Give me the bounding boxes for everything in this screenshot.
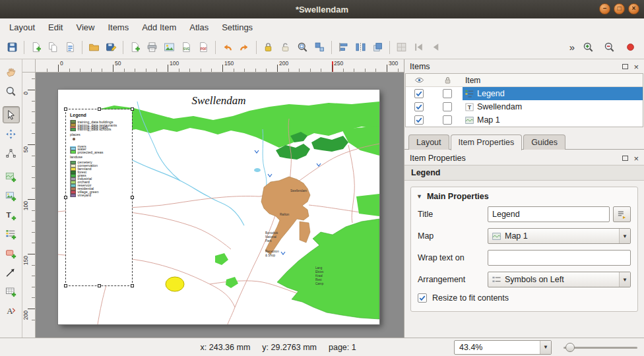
panel-float-button[interactable] [622, 64, 628, 69]
data-defined-override-button[interactable] [613, 206, 631, 222]
map-select[interactable]: Map 1 ▼ [488, 228, 631, 244]
lock-checkbox[interactable] [443, 89, 452, 98]
selection-handle[interactable] [98, 107, 101, 111]
export-svg-button[interactable]: SVG [178, 39, 195, 55]
edit-nodes-tool[interactable] [3, 144, 20, 162]
resize-to-fit-label: Resize to fit contents [432, 293, 509, 303]
zoom-level-combo[interactable]: 43.4% ▼ [454, 340, 552, 355]
selection-handle[interactable] [131, 196, 134, 199]
align-items-button[interactable] [335, 39, 352, 55]
map-title-item[interactable]: Swellendam [58, 94, 379, 107]
panel-close-button[interactable]: × [633, 154, 639, 163]
open-template-button[interactable] [86, 39, 102, 55]
page-new-icon [129, 42, 141, 53]
print-button[interactable] [144, 39, 160, 55]
add-arrow-tool[interactable] [3, 264, 20, 281]
item-row-swellendam[interactable]: TSwellendam [406, 100, 643, 113]
export-image-button[interactable] [161, 39, 177, 55]
lock-items-button[interactable] [260, 39, 276, 55]
svg-text:A: A [7, 307, 13, 316]
add-pages-button[interactable] [127, 39, 143, 55]
ruler-tick [156, 69, 157, 72]
pan-layout-tool[interactable] [3, 63, 20, 80]
main-properties-header[interactable]: ▼ Main Properties [411, 187, 637, 204]
minimize-button[interactable]: – [599, 3, 610, 15]
selection-handle[interactable] [64, 196, 67, 199]
canvas-zoom-out-button[interactable] [601, 39, 618, 55]
legend-item[interactable]: Legend training_data buildingstraining_d… [66, 109, 132, 285]
close-button[interactable]: × [628, 3, 639, 15]
atlas-prev-button[interactable] [428, 39, 444, 55]
select-move-item-tool[interactable] [3, 106, 20, 123]
layout-canvas[interactable]: SwellendamRailtonBontebokNationalParkRec… [36, 73, 404, 338]
menu-atlas[interactable]: Atlas [183, 20, 215, 35]
selection-handle[interactable] [98, 284, 101, 287]
arrangement-select[interactable]: Symbols on Left ▼ [488, 272, 631, 287]
wrap-text-input[interactable] [488, 250, 631, 266]
lock-checkbox[interactable] [443, 102, 452, 111]
toolbar: SVGPDF » [0, 36, 644, 59]
resize-items-button[interactable] [311, 39, 328, 55]
item-row-map-1[interactable]: Map 1 [406, 113, 643, 127]
ruler-label: 100 [170, 60, 179, 67]
menu-layout[interactable]: Layout [3, 20, 42, 35]
distribute-items-button[interactable] [352, 39, 369, 55]
legend-title-input[interactable] [488, 206, 610, 222]
canvas-zoom-in-button[interactable] [580, 39, 596, 55]
selection-handle[interactable] [131, 284, 134, 287]
save-project-button[interactable] [4, 39, 20, 55]
menu-edit[interactable]: Edit [42, 20, 69, 35]
zoom-slider-knob[interactable] [565, 343, 575, 352]
zoom-full-button[interactable] [294, 39, 311, 55]
tab-item-properties[interactable]: Item Properties [451, 134, 523, 150]
menu-settings[interactable]: Settings [215, 20, 259, 35]
resize-to-fit-checkbox[interactable] [418, 293, 427, 303]
add-picture-tool[interactable] [3, 187, 20, 204]
dropdown-arrow-icon: ▼ [619, 229, 630, 243]
redo-button[interactable] [236, 39, 253, 55]
atlas-first-button[interactable] [410, 39, 427, 55]
item-row-legend[interactable]: Legend [406, 87, 643, 100]
menu-add-item[interactable]: Add Item [135, 20, 183, 35]
maximize-button[interactable]: □ [614, 3, 625, 15]
menu-items[interactable]: Items [101, 20, 135, 35]
visibility-checkbox[interactable] [414, 102, 424, 111]
unlock-items-button[interactable] [277, 39, 294, 55]
items-column-header: Item [463, 76, 643, 85]
panel-float-button[interactable] [622, 156, 628, 161]
zoom-slider[interactable] [564, 340, 637, 355]
move-item-content-tool[interactable] [3, 125, 20, 142]
selection-handle[interactable] [131, 107, 134, 111]
status-red-dot[interactable] [622, 39, 639, 55]
visibility-checkbox[interactable] [414, 89, 424, 98]
panel-close-button[interactable]: × [633, 63, 639, 71]
selection-handle[interactable] [64, 107, 67, 111]
add-table-tool[interactable] [3, 283, 20, 300]
tab-layout[interactable]: Layout [408, 134, 449, 150]
menu-view[interactable]: View [69, 20, 101, 35]
tab-guides[interactable]: Guides [523, 134, 565, 150]
undo-button[interactable] [219, 39, 236, 55]
raise-items-button[interactable] [370, 39, 386, 55]
add-scalebar-tool[interactable]: A [3, 302, 20, 319]
visibility-checkbox[interactable] [414, 115, 424, 125]
export-pdf-button[interactable]: PDF [195, 39, 212, 55]
zoom-tool[interactable] [3, 82, 20, 100]
new-layout-button[interactable] [28, 39, 44, 55]
selection-handle[interactable] [64, 284, 67, 287]
add-shape-icon [5, 248, 16, 259]
add-shape-tool[interactable] [3, 245, 20, 262]
save-template-button[interactable] [103, 39, 119, 55]
add-label-tool[interactable]: T [3, 206, 20, 223]
atlas-settings-button[interactable] [393, 39, 410, 55]
ruler-vertical: 050100150200 [22, 73, 36, 338]
layout-manager-button[interactable] [62, 39, 79, 55]
toolbar-overflow-button[interactable]: » [564, 42, 580, 53]
items-rows: LegendTSwellendamMap 1 [406, 87, 643, 127]
lock-checkbox[interactable] [443, 115, 452, 125]
duplicate-layout-button[interactable] [45, 39, 61, 55]
ruler-tick [28, 309, 35, 309]
add-map-tool[interactable] [3, 168, 20, 185]
add-legend-tool[interactable] [3, 225, 20, 243]
right-panel: Items × Item LegendTSwellendamMap 1 Layo… [404, 59, 644, 338]
